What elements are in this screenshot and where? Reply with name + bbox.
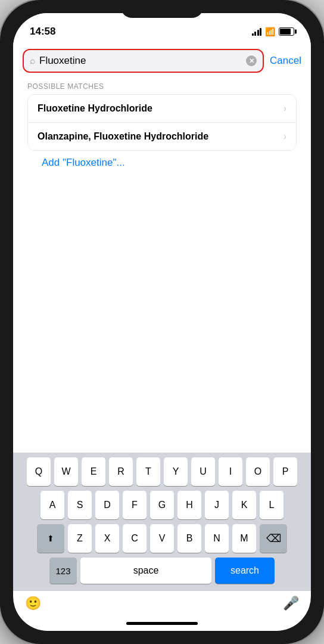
key-s[interactable]: S: [68, 491, 92, 519]
bottom-icons: 🙂 🎤: [13, 591, 311, 618]
key-d[interactable]: D: [95, 491, 119, 519]
match-item-0[interactable]: Fluoxetine Hydrochloride ›: [28, 95, 296, 123]
key-shift[interactable]: ⬆: [37, 524, 64, 553]
key-h[interactable]: H: [177, 491, 201, 519]
matches-label: POSSIBLE MATCHES: [27, 82, 297, 91]
chevron-icon-1: ›: [284, 131, 286, 142]
key-t[interactable]: T: [136, 457, 160, 486]
key-e[interactable]: E: [82, 457, 105, 486]
dictation-icon[interactable]: 🎤: [283, 596, 299, 611]
key-z[interactable]: Z: [68, 524, 92, 553]
key-v[interactable]: V: [150, 524, 174, 553]
key-f[interactable]: F: [123, 491, 147, 519]
keyboard: Q W E R T Y U I O P A S D F G H J K: [13, 453, 311, 591]
match-item-1[interactable]: Olanzapine, Fluoxetine Hydrochloride ›: [28, 123, 296, 150]
key-l[interactable]: L: [260, 491, 284, 519]
key-c[interactable]: C: [123, 524, 147, 553]
key-numbers[interactable]: 123: [49, 558, 77, 584]
match-text-0: Fluoxetine Hydrochloride: [38, 103, 152, 114]
matches-list: Fluoxetine Hydrochloride › Olanzapine, F…: [27, 94, 297, 151]
phone-screen: 14:58 📶 ⌕: [13, 13, 311, 631]
phone-frame: 14:58 📶 ⌕: [0, 0, 324, 644]
key-r[interactable]: R: [109, 457, 133, 486]
search-area: ⌕ ✕ Cancel: [13, 43, 311, 78]
status-time: 14:58: [30, 26, 55, 38]
key-search[interactable]: search: [215, 558, 275, 584]
key-delete[interactable]: ⌫: [260, 524, 287, 553]
main-content: [13, 177, 311, 453]
notch: [120, 0, 204, 18]
key-w[interactable]: W: [54, 457, 78, 486]
search-bar-wrapper: ⌕ ✕ Cancel: [23, 49, 301, 73]
key-space[interactable]: space: [80, 558, 211, 584]
key-o[interactable]: O: [246, 457, 270, 486]
key-g[interactable]: G: [150, 491, 174, 519]
key-q[interactable]: Q: [27, 457, 51, 486]
key-i[interactable]: I: [219, 457, 242, 486]
add-link[interactable]: Add "Fluoxetine"...: [27, 151, 297, 175]
cancel-button[interactable]: Cancel: [270, 55, 301, 67]
key-n[interactable]: N: [205, 524, 229, 553]
key-b[interactable]: B: [177, 524, 201, 553]
key-x[interactable]: X: [95, 524, 119, 553]
status-icons: 📶: [252, 27, 295, 36]
search-bar-container: ⌕ ✕: [23, 49, 264, 73]
clear-button[interactable]: ✕: [246, 55, 257, 66]
key-y[interactable]: Y: [164, 457, 188, 486]
keyboard-row-2: A S D F G H J K L: [15, 491, 309, 519]
matches-section: POSSIBLE MATCHES Fluoxetine Hydrochlorid…: [13, 78, 311, 177]
search-icon: ⌕: [30, 55, 36, 66]
search-input[interactable]: [39, 55, 246, 67]
key-p[interactable]: P: [273, 457, 297, 486]
key-j[interactable]: J: [205, 491, 229, 519]
battery-icon: [279, 27, 294, 36]
match-text-1: Olanzapine, Fluoxetine Hydrochloride: [38, 131, 208, 142]
wifi-icon: 📶: [265, 27, 275, 36]
keyboard-row-3: ⬆ Z X C V B N M ⌫: [15, 524, 309, 553]
keyboard-row-4: 123 space search: [15, 558, 309, 584]
signal-icon: [252, 27, 262, 36]
home-bar: [126, 622, 198, 625]
key-u[interactable]: U: [191, 457, 215, 486]
chevron-icon-0: ›: [284, 103, 286, 114]
emoji-icon[interactable]: 🙂: [25, 596, 41, 611]
key-k[interactable]: K: [232, 491, 256, 519]
home-indicator: [13, 618, 311, 631]
key-a[interactable]: A: [40, 491, 64, 519]
key-m[interactable]: M: [232, 524, 256, 553]
keyboard-row-1: Q W E R T Y U I O P: [15, 457, 309, 486]
clear-icon: ✕: [249, 57, 254, 65]
